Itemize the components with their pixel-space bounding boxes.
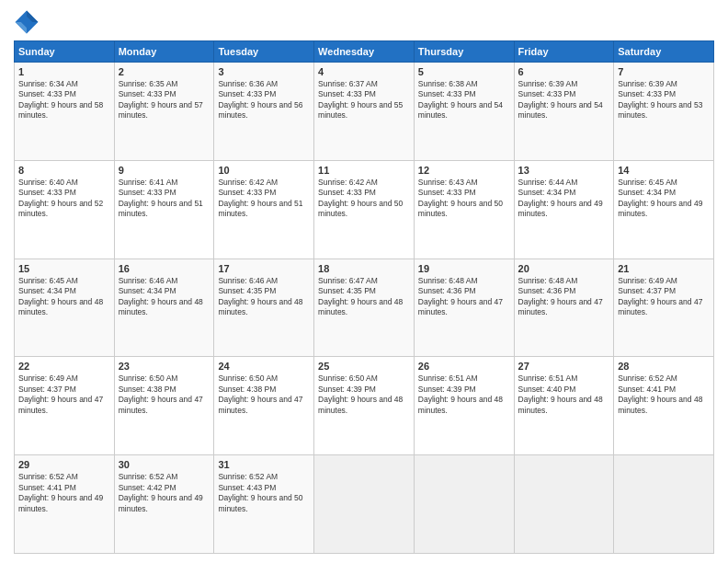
day-info: Sunrise: 6:52 AMSunset: 4:41 PMDaylight:… bbox=[18, 472, 110, 514]
day-info: Sunrise: 6:34 AMSunset: 4:33 PMDaylight:… bbox=[18, 79, 110, 121]
day-number: 14 bbox=[618, 165, 710, 176]
header bbox=[14, 9, 714, 35]
calendar-day-cell: 8Sunrise: 6:40 AMSunset: 4:33 PMDaylight… bbox=[15, 160, 115, 259]
weekday-header-cell: Monday bbox=[114, 41, 214, 63]
calendar-day-cell: 31Sunrise: 6:52 AMSunset: 4:43 PMDayligh… bbox=[214, 455, 314, 554]
day-info: Sunrise: 6:42 AMSunset: 4:33 PMDaylight:… bbox=[318, 178, 410, 220]
day-number: 28 bbox=[618, 361, 710, 372]
weekday-header-cell: Friday bbox=[514, 41, 614, 63]
day-info: Sunrise: 6:52 AMSunset: 4:42 PMDaylight:… bbox=[119, 472, 210, 514]
calendar-day-cell: 27Sunrise: 6:51 AMSunset: 4:40 PMDayligh… bbox=[514, 357, 614, 455]
calendar-day-cell: 3Sunrise: 6:36 AMSunset: 4:33 PMDaylight… bbox=[214, 63, 314, 161]
calendar-day-cell: 10Sunrise: 6:42 AMSunset: 4:33 PMDayligh… bbox=[214, 160, 314, 259]
weekday-header-cell: Tuesday bbox=[214, 41, 314, 63]
day-info: Sunrise: 6:44 AMSunset: 4:34 PMDaylight:… bbox=[518, 178, 610, 220]
day-number: 24 bbox=[218, 361, 310, 372]
calendar-day-cell: 17Sunrise: 6:46 AMSunset: 4:35 PMDayligh… bbox=[214, 259, 314, 357]
calendar-day-cell: 23Sunrise: 6:50 AMSunset: 4:38 PMDayligh… bbox=[114, 357, 214, 455]
calendar-day-cell: 7Sunrise: 6:39 AMSunset: 4:33 PMDaylight… bbox=[614, 63, 714, 161]
day-number: 20 bbox=[518, 263, 610, 274]
day-info: Sunrise: 6:35 AMSunset: 4:33 PMDaylight:… bbox=[119, 79, 210, 121]
page: SundayMondayTuesdayWednesdayThursdayFrid… bbox=[0, 0, 728, 563]
calendar-day-cell: 5Sunrise: 6:38 AMSunset: 4:33 PMDaylight… bbox=[414, 63, 514, 161]
day-number: 23 bbox=[119, 361, 210, 372]
day-info: Sunrise: 6:46 AMSunset: 4:34 PMDaylight:… bbox=[119, 276, 210, 318]
day-number: 21 bbox=[618, 263, 710, 274]
calendar-week-row: 15Sunrise: 6:45 AMSunset: 4:34 PMDayligh… bbox=[15, 259, 714, 357]
day-number: 12 bbox=[418, 165, 510, 176]
calendar-day-cell: 22Sunrise: 6:49 AMSunset: 4:37 PMDayligh… bbox=[15, 357, 115, 455]
calendar-week-row: 8Sunrise: 6:40 AMSunset: 4:33 PMDaylight… bbox=[15, 160, 714, 259]
day-info: Sunrise: 6:51 AMSunset: 4:40 PMDaylight:… bbox=[518, 373, 610, 416]
day-info: Sunrise: 6:52 AMSunset: 4:41 PMDaylight:… bbox=[618, 373, 710, 416]
calendar-day-cell: 11Sunrise: 6:42 AMSunset: 4:33 PMDayligh… bbox=[314, 160, 415, 259]
calendar-day-cell: 12Sunrise: 6:43 AMSunset: 4:33 PMDayligh… bbox=[414, 160, 514, 259]
day-info: Sunrise: 6:50 AMSunset: 4:39 PMDaylight:… bbox=[318, 373, 410, 416]
day-info: Sunrise: 6:43 AMSunset: 4:33 PMDaylight:… bbox=[418, 178, 510, 220]
day-info: Sunrise: 6:38 AMSunset: 4:33 PMDaylight:… bbox=[418, 79, 510, 121]
day-info: Sunrise: 6:50 AMSunset: 4:38 PMDaylight:… bbox=[119, 373, 210, 416]
calendar-day-cell: 15Sunrise: 6:45 AMSunset: 4:34 PMDayligh… bbox=[15, 259, 115, 357]
calendar-day-cell: 13Sunrise: 6:44 AMSunset: 4:34 PMDayligh… bbox=[514, 160, 614, 259]
day-number: 15 bbox=[18, 263, 110, 274]
calendar-day-cell: 14Sunrise: 6:45 AMSunset: 4:34 PMDayligh… bbox=[614, 160, 714, 259]
day-info: Sunrise: 6:47 AMSunset: 4:35 PMDaylight:… bbox=[318, 276, 410, 318]
day-info: Sunrise: 6:39 AMSunset: 4:33 PMDaylight:… bbox=[618, 79, 710, 121]
day-number: 13 bbox=[518, 165, 610, 176]
day-number: 3 bbox=[218, 66, 310, 77]
day-number: 30 bbox=[119, 459, 210, 470]
day-number: 10 bbox=[218, 165, 310, 176]
day-number: 5 bbox=[418, 66, 510, 77]
day-number: 19 bbox=[418, 263, 510, 274]
day-number: 6 bbox=[518, 66, 610, 77]
day-number: 29 bbox=[18, 459, 110, 470]
calendar-day-cell: 29Sunrise: 6:52 AMSunset: 4:41 PMDayligh… bbox=[15, 455, 115, 554]
day-info: Sunrise: 6:48 AMSunset: 4:36 PMDaylight:… bbox=[418, 276, 510, 318]
calendar-day-cell: 30Sunrise: 6:52 AMSunset: 4:42 PMDayligh… bbox=[114, 455, 214, 554]
day-info: Sunrise: 6:45 AMSunset: 4:34 PMDaylight:… bbox=[18, 276, 110, 318]
calendar-week-row: 22Sunrise: 6:49 AMSunset: 4:37 PMDayligh… bbox=[15, 357, 714, 455]
day-info: Sunrise: 6:41 AMSunset: 4:33 PMDaylight:… bbox=[119, 178, 210, 220]
calendar-day-cell: 25Sunrise: 6:50 AMSunset: 4:39 PMDayligh… bbox=[314, 357, 415, 455]
day-info: Sunrise: 6:36 AMSunset: 4:33 PMDaylight:… bbox=[218, 79, 310, 121]
weekday-header-row: SundayMondayTuesdayWednesdayThursdayFrid… bbox=[15, 41, 714, 63]
calendar-day-cell: 18Sunrise: 6:47 AMSunset: 4:35 PMDayligh… bbox=[314, 259, 415, 357]
day-info: Sunrise: 6:45 AMSunset: 4:34 PMDaylight:… bbox=[618, 178, 710, 220]
calendar-week-row: 1Sunrise: 6:34 AMSunset: 4:33 PMDaylight… bbox=[15, 63, 714, 161]
weekday-header-cell: Thursday bbox=[414, 41, 514, 63]
calendar-week-row: 29Sunrise: 6:52 AMSunset: 4:41 PMDayligh… bbox=[15, 455, 714, 554]
day-number: 22 bbox=[18, 361, 110, 372]
calendar-day-cell bbox=[314, 455, 415, 554]
calendar-day-cell: 6Sunrise: 6:39 AMSunset: 4:33 PMDaylight… bbox=[514, 63, 614, 161]
day-info: Sunrise: 6:42 AMSunset: 4:33 PMDaylight:… bbox=[218, 178, 310, 220]
calendar-day-cell: 2Sunrise: 6:35 AMSunset: 4:33 PMDaylight… bbox=[114, 63, 214, 161]
day-number: 9 bbox=[119, 165, 210, 176]
weekday-header-cell: Saturday bbox=[614, 41, 714, 63]
day-number: 16 bbox=[119, 263, 210, 274]
calendar-day-cell: 28Sunrise: 6:52 AMSunset: 4:41 PMDayligh… bbox=[614, 357, 714, 455]
logo-icon bbox=[14, 9, 40, 35]
day-info: Sunrise: 6:52 AMSunset: 4:43 PMDaylight:… bbox=[218, 472, 310, 514]
weekday-header-cell: Wednesday bbox=[314, 41, 415, 63]
calendar-day-cell: 24Sunrise: 6:50 AMSunset: 4:38 PMDayligh… bbox=[214, 357, 314, 455]
day-info: Sunrise: 6:39 AMSunset: 4:33 PMDaylight:… bbox=[518, 79, 610, 121]
day-info: Sunrise: 6:49 AMSunset: 4:37 PMDaylight:… bbox=[618, 276, 710, 318]
day-info: Sunrise: 6:49 AMSunset: 4:37 PMDaylight:… bbox=[18, 373, 110, 416]
day-number: 7 bbox=[618, 66, 710, 77]
calendar-day-cell: 19Sunrise: 6:48 AMSunset: 4:36 PMDayligh… bbox=[414, 259, 514, 357]
calendar-day-cell bbox=[414, 455, 514, 554]
day-info: Sunrise: 6:50 AMSunset: 4:38 PMDaylight:… bbox=[218, 373, 310, 416]
weekday-header-cell: Sunday bbox=[15, 41, 115, 63]
day-number: 25 bbox=[318, 361, 410, 372]
day-number: 1 bbox=[18, 66, 110, 77]
day-number: 27 bbox=[518, 361, 610, 372]
calendar-day-cell: 21Sunrise: 6:49 AMSunset: 4:37 PMDayligh… bbox=[614, 259, 714, 357]
day-number: 8 bbox=[18, 165, 110, 176]
calendar-day-cell bbox=[614, 455, 714, 554]
day-info: Sunrise: 6:40 AMSunset: 4:33 PMDaylight:… bbox=[18, 178, 110, 220]
day-number: 2 bbox=[119, 66, 210, 77]
calendar-table: SundayMondayTuesdayWednesdayThursdayFrid… bbox=[14, 40, 714, 554]
logo bbox=[14, 9, 43, 35]
day-number: 26 bbox=[418, 361, 510, 372]
day-info: Sunrise: 6:48 AMSunset: 4:36 PMDaylight:… bbox=[518, 276, 610, 318]
